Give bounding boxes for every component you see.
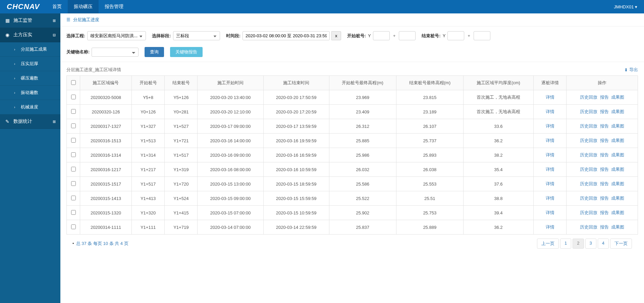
action-link[interactable]: 成果图 [611, 167, 624, 172]
detail-link[interactable]: 详情 [546, 123, 554, 129]
keyword-select[interactable] [92, 48, 139, 57]
row-checkbox[interactable] [71, 181, 76, 186]
action-link[interactable]: 成果图 [611, 138, 624, 143]
detail-link[interactable]: 详情 [546, 196, 554, 201]
table-cell [67, 134, 80, 148]
table-cell: 详情 [534, 119, 567, 134]
action-link[interactable]: 报告 [600, 210, 609, 215]
table-cell: 35.4 [463, 162, 533, 177]
action-link[interactable]: 历史回放 [580, 210, 597, 215]
chevron-right-icon: › [14, 48, 19, 51]
keyword-report-button[interactable]: 关键物报告 [170, 47, 203, 57]
row-checkbox[interactable] [71, 210, 76, 215]
sidebar-sub-item[interactable]: ›碾压遍数 [0, 71, 60, 86]
user-menu[interactable]: JMHDX01 ▾ [607, 4, 644, 9]
table-cell: 详情 [534, 191, 567, 206]
table-cell: 25.737 [396, 134, 463, 148]
table-cell [67, 119, 80, 134]
action-link[interactable]: 历史回放 [580, 123, 597, 129]
detail-link[interactable]: 详情 [546, 138, 554, 143]
action-link[interactable]: 报告 [600, 123, 609, 129]
detail-link[interactable]: 详情 [546, 152, 554, 157]
table-header: 施工开始时间 [198, 76, 263, 90]
query-button[interactable]: 查询 [145, 47, 164, 57]
table-cell: Y1+415 [165, 206, 198, 220]
detail-link[interactable]: 详情 [546, 181, 554, 186]
action-link[interactable]: 历史回放 [580, 196, 597, 201]
topnav-item[interactable]: 振动碾压 [68, 0, 99, 13]
action-link[interactable]: 成果图 [611, 210, 624, 215]
action-link[interactable]: 报告 [600, 109, 609, 114]
action-link[interactable]: 成果图 [611, 123, 624, 129]
detail-link[interactable]: 详情 [546, 224, 554, 230]
sidebar-group[interactable]: ◉土方压实⊟ [0, 28, 60, 42]
startpile-y-input[interactable] [373, 31, 390, 40]
row-checkbox[interactable] [71, 123, 76, 128]
detail-link[interactable]: 详情 [546, 210, 554, 215]
row-checkbox[interactable] [71, 95, 76, 99]
action-link[interactable]: 历史回放 [580, 167, 597, 172]
action-link[interactable]: 报告 [600, 196, 609, 201]
detail-link[interactable]: 详情 [546, 109, 554, 114]
startpile-plus-input[interactable] [399, 31, 416, 40]
action-link[interactable]: 报告 [600, 181, 609, 186]
project-select[interactable]: 雄安新区南拒马河防洪... [87, 31, 146, 40]
endpile-y-input[interactable] [447, 31, 464, 40]
table-cell: 38.8 [463, 191, 533, 206]
topnav-item[interactable]: 首页 [46, 0, 68, 13]
action-link[interactable]: 历史回放 [580, 95, 597, 100]
action-link[interactable]: 报告 [600, 138, 609, 143]
row-checkbox[interactable] [71, 167, 76, 171]
detail-link[interactable]: 详情 [546, 95, 554, 100]
sidebar-group[interactable]: ✎数据统计⊞ [0, 114, 60, 129]
table-cell: 详情 [534, 105, 567, 119]
row-checkbox[interactable] [71, 109, 76, 114]
action-link[interactable]: 报告 [600, 224, 609, 230]
export-link[interactable]: ⬇ 导出 [624, 67, 638, 73]
endpile-plus-input[interactable] [474, 31, 490, 40]
sidebar-sub-item[interactable]: ›分层施工成果 [0, 42, 60, 57]
action-link[interactable]: 历史回放 [580, 152, 597, 157]
sidebar-sub-item[interactable]: ›机械速度 [0, 100, 60, 114]
action-link[interactable]: 报告 [600, 152, 609, 157]
action-link[interactable]: 历史回放 [580, 109, 597, 114]
sidebar-sub-item[interactable]: ›压实层厚 [0, 57, 60, 71]
page-button[interactable]: 下一页 [610, 239, 632, 249]
select-all-checkbox[interactable] [71, 80, 76, 85]
table-cell: 26.032 [329, 162, 396, 177]
clear-time-button[interactable]: x [331, 31, 341, 40]
page-button[interactable]: 3 [585, 239, 596, 249]
row-checkbox[interactable] [71, 224, 76, 229]
table-cell [67, 90, 80, 105]
action-link[interactable]: 成果图 [611, 224, 624, 230]
action-link[interactable]: 历史回放 [580, 138, 597, 143]
time-range-input[interactable] [243, 31, 330, 40]
section-title-bar: 分层施工进度_施工区域详情 ⬇ 导出 [60, 62, 644, 75]
detail-link[interactable]: 详情 [546, 167, 554, 172]
action-link[interactable]: 报告 [600, 167, 609, 172]
action-link[interactable]: 历史回放 [580, 181, 597, 186]
page-button[interactable]: 4 [598, 239, 609, 249]
topnav-item[interactable]: 报告管理 [99, 0, 129, 13]
action-link[interactable]: 成果图 [611, 181, 624, 186]
row-checkbox[interactable] [71, 196, 76, 200]
section-select[interactable]: 三标段 [173, 31, 220, 40]
sidebar-sub-item[interactable]: ›振动遍数 [0, 86, 60, 100]
page-button[interactable]: 上一页 [537, 239, 559, 249]
table-cell: 2020-03-20 17:50:59 [263, 90, 329, 105]
action-link[interactable]: 成果图 [611, 109, 624, 114]
action-link[interactable]: 成果图 [611, 95, 624, 100]
action-link[interactable]: 历史回放 [580, 224, 597, 230]
chevron-right-icon: › [14, 105, 19, 109]
table-cell: 历史回放 报告 成果图 [567, 134, 638, 148]
table-row: 20200316-1217Y1+217Y1+3192020-03-16 08:0… [67, 162, 638, 177]
page-button[interactable]: 1 [560, 239, 571, 249]
row-checkbox[interactable] [71, 152, 76, 157]
action-link[interactable]: 成果图 [611, 152, 624, 157]
action-link[interactable]: 报告 [600, 95, 609, 100]
sidebar-group[interactable]: ▦施工监管⊞ [0, 13, 60, 28]
action-link[interactable]: 成果图 [611, 196, 624, 201]
pagination: •总 37 条 每页 10 条 共 4 页 上一页1234下一页 [66, 235, 638, 253]
page-button[interactable]: 2 [573, 239, 584, 249]
row-checkbox[interactable] [71, 138, 76, 143]
